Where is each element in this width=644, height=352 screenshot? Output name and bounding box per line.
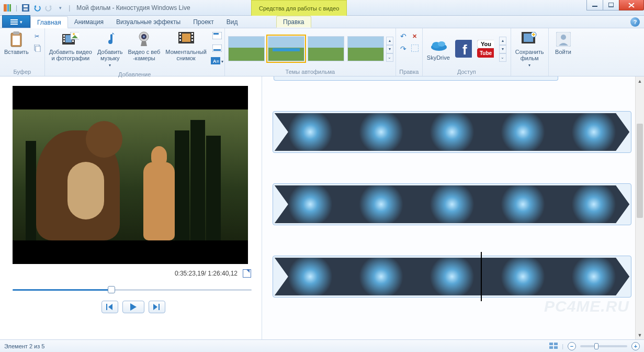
film-save-icon [521, 31, 538, 48]
prev-frame-button[interactable] [101, 301, 118, 313]
save-icon[interactable] [21, 4, 30, 12]
snapshot-button[interactable]: Моментальный снимок [163, 30, 208, 62]
delete-x-icon: ✕ [412, 33, 417, 40]
svg-text:A≡: A≡ [213, 59, 219, 64]
group-edit-label: Правка [396, 69, 422, 76]
theme-thumb-3[interactable] [308, 36, 344, 61]
close-button[interactable] [619, 0, 644, 10]
tab-edit-context[interactable]: Правка [276, 16, 311, 28]
svg-rect-40 [213, 49, 221, 51]
scroll-thumb[interactable] [637, 124, 643, 218]
tab-project[interactable]: Проект [187, 16, 220, 28]
svg-rect-4 [24, 5, 28, 7]
minimize-button[interactable] [586, 0, 603, 10]
seek-bar[interactable] [13, 285, 254, 294]
select-all-icon [411, 45, 419, 53]
svg-rect-33 [191, 33, 193, 35]
share-scroll-down[interactable]: ▾ [499, 45, 506, 53]
svg-rect-18 [63, 38, 65, 39]
zoom-in-button[interactable]: + [631, 342, 640, 350]
add-video-photo-button[interactable]: Добавить видео и фотографии [47, 30, 94, 62]
snapshot-label: Моментальный снимок [165, 49, 206, 61]
cut-button[interactable]: ✂ [32, 31, 42, 41]
file-menu-button[interactable]: ▾ [2, 15, 30, 28]
add-music-button[interactable]: Добавить музыку ▾ [95, 30, 125, 70]
share-more-button[interactable]: ▴ ▾ ⌄ [497, 35, 509, 63]
group-edit: ↶ ↷ ✕ Правка [396, 28, 423, 76]
clip-row-partial[interactable] [274, 76, 558, 81]
fullscreen-button[interactable] [243, 269, 251, 278]
youtube-button[interactable]: YouTube [475, 39, 496, 58]
svg-rect-1 [7, 4, 9, 12]
maximize-button[interactable] [603, 0, 619, 10]
help-button[interactable]: ? [630, 17, 640, 27]
rotate-right-button[interactable]: ↷ [398, 43, 409, 54]
svg-rect-36 [182, 34, 190, 42]
vertical-scrollbar[interactable]: ▲ ▼ [635, 76, 644, 339]
tab-visual-effects[interactable]: Визуальные эффекты [110, 16, 187, 28]
status-sep: | [562, 343, 563, 349]
play-button[interactable] [122, 301, 144, 313]
skydrive-icon [430, 37, 447, 53]
themes-scroll-down[interactable]: ▾ [386, 45, 393, 53]
paste-button[interactable]: Вставить [2, 30, 31, 56]
add-caption-button[interactable] [212, 43, 222, 54]
app-icon [3, 4, 12, 12]
quick-access-toolbar: | ▾ | [0, 4, 74, 12]
signin-label: Войти [555, 49, 571, 55]
share-more[interactable]: ⌄ [499, 53, 506, 62]
next-frame-button[interactable] [149, 301, 165, 313]
svg-rect-19 [63, 40, 65, 42]
timeline-pane[interactable]: ▲ ▼ PC4ME.RU [262, 76, 644, 339]
clip-row-1[interactable] [273, 111, 631, 153]
view-thumbnails-button[interactable] [549, 343, 558, 350]
paste-label: Вставить [4, 49, 29, 55]
select-all-button[interactable] [410, 43, 420, 54]
title-icon [212, 32, 222, 40]
svg-rect-63 [554, 346, 558, 349]
share-scroll-up[interactable]: ▴ [499, 37, 506, 45]
svg-point-28 [143, 36, 145, 38]
themes-scroll-up[interactable]: ▴ [386, 37, 393, 45]
webcam-button[interactable]: Видео с веб -камеры [126, 30, 163, 62]
add-title-button[interactable] [212, 31, 222, 41]
themes-more[interactable]: ⌄ [386, 53, 393, 62]
clip-row-3[interactable] [273, 256, 631, 298]
svg-point-57 [561, 35, 566, 40]
tab-animation[interactable]: Анимация [68, 16, 110, 28]
tab-home[interactable]: Главная [30, 16, 68, 28]
preview-video[interactable] [13, 86, 248, 264]
svg-rect-6 [592, 6, 597, 7]
tab-view[interactable]: Вид [220, 16, 244, 28]
delete-button[interactable]: ✕ [410, 31, 420, 41]
redo-icon[interactable] [44, 4, 53, 12]
signin-button[interactable]: Войти [551, 30, 576, 56]
scroll-down-icon[interactable]: ▼ [636, 331, 644, 339]
zoom-out-button[interactable]: − [568, 342, 576, 350]
svg-rect-7 [608, 3, 614, 7]
zoom-slider[interactable] [580, 345, 627, 347]
rotate-left-button[interactable]: ↶ [398, 31, 409, 41]
svg-rect-43 [411, 45, 419, 52]
save-movie-button[interactable]: Сохранить фильм ▾ [513, 30, 546, 70]
scroll-up-icon[interactable]: ▲ [636, 76, 644, 85]
facebook-button[interactable]: f [453, 39, 474, 58]
svg-rect-10 [10, 24, 18, 25]
qat-dropdown-icon[interactable]: ▾ [56, 4, 64, 12]
webcam-label: Видео с веб -камеры [128, 49, 161, 61]
add-credits-button[interactable]: A≡▾ [212, 56, 222, 67]
playhead[interactable] [481, 252, 482, 301]
clip-row-2[interactable] [273, 183, 631, 225]
theme-thumb-2[interactable] [268, 36, 304, 61]
undo-icon[interactable] [33, 4, 41, 12]
theme-thumb-1[interactable] [228, 36, 265, 61]
ribbon: Вставить ✂ Буфер Добавить видео и фотогр… [0, 28, 644, 76]
skydrive-button[interactable]: SkyDrive [425, 36, 452, 62]
theme-thumb-4[interactable] [347, 36, 384, 61]
copy-button[interactable] [32, 43, 42, 54]
svg-rect-8 [10, 19, 18, 20]
svg-rect-17 [63, 35, 65, 37]
scissors-icon: ✂ [35, 33, 39, 40]
copy-icon [33, 45, 41, 53]
film-photo-icon [62, 31, 79, 48]
